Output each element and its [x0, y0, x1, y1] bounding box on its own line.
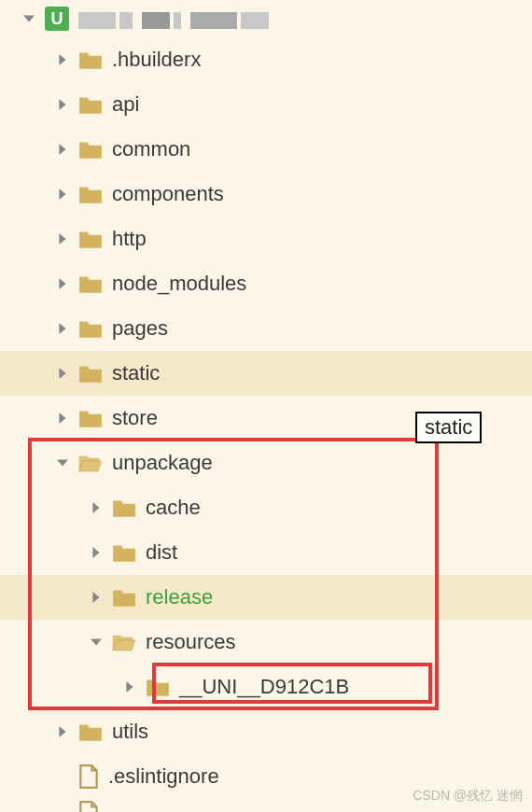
- tree-item-label: unpackage: [112, 451, 213, 475]
- tree-item-hbuilderx[interactable]: .hbuilderx: [0, 37, 532, 82]
- tree-item-common[interactable]: common: [0, 127, 532, 172]
- chevron-right-icon: [56, 54, 69, 65]
- tree-root-row[interactable]: U: [0, 0, 532, 37]
- folder-icon: [78, 273, 103, 294]
- folder-icon: [78, 184, 103, 204]
- tree-item-uni-dir[interactable]: __UNI__D912C1B: [0, 665, 532, 709]
- folder-icon: [146, 677, 170, 697]
- tree-item-api[interactable]: api: [0, 82, 532, 127]
- tree-item-static[interactable]: static: [0, 351, 532, 396]
- folder-icon: [112, 497, 136, 518]
- folder-icon: [78, 363, 103, 384]
- chevron-right-icon: [90, 592, 103, 603]
- chevron-right-icon: [56, 233, 69, 245]
- chevron-right-icon: [90, 547, 103, 558]
- watermark: CSDN @残忆 迷惘: [413, 788, 523, 805]
- tree-item-components[interactable]: components: [0, 172, 532, 217]
- tree-item-label: resources: [146, 630, 236, 654]
- tree-item-label: common: [112, 137, 190, 161]
- tree-item-label: dist: [146, 540, 177, 565]
- folder-icon: [78, 49, 103, 70]
- chevron-right-icon: [56, 323, 69, 334]
- folder-icon: [78, 408, 103, 428]
- chevron-right-icon: [56, 99, 69, 110]
- chevron-right-icon: [56, 278, 69, 289]
- folder-icon: [112, 542, 136, 563]
- chevron-right-icon: [56, 189, 69, 200]
- tree-item-label: .eslintignore: [108, 764, 219, 789]
- chevron-down-icon: [22, 13, 35, 24]
- chevron-down-icon: [56, 457, 69, 469]
- chevron-right-icon: [56, 368, 69, 379]
- tree-item-label: components: [112, 182, 224, 206]
- chevron-right-icon: [56, 413, 69, 424]
- folder-icon: [78, 139, 103, 160]
- tree-item-label: cache: [146, 496, 201, 520]
- tree-item-label: store: [112, 406, 158, 430]
- folder-open-icon: [112, 632, 136, 652]
- folder-icon: [78, 229, 103, 249]
- chevron-down-icon: [90, 637, 103, 648]
- chevron-right-icon: [123, 681, 136, 693]
- project-name-obscured: [78, 7, 273, 30]
- tree-item-resources[interactable]: resources: [0, 620, 532, 665]
- folder-icon: [78, 318, 103, 339]
- tree-item-label: .hbuilderx: [112, 48, 201, 72]
- tree-item-http[interactable]: http: [0, 217, 532, 261]
- file-icon: [78, 764, 99, 789]
- tree-item-label: release: [146, 585, 213, 609]
- tree-item-release[interactable]: release: [0, 575, 532, 620]
- tree-item-label: api: [112, 92, 139, 117]
- chevron-right-icon: [90, 502, 103, 513]
- tree-item-label: http: [112, 227, 147, 251]
- tree-item-utils[interactable]: utils: [0, 709, 532, 754]
- tooltip: static: [415, 412, 482, 443]
- folder-icon: [112, 587, 136, 608]
- tree-item-label: static: [112, 361, 160, 385]
- tree-item-label: node_modules: [112, 272, 246, 296]
- tree-item-label: pages: [112, 316, 168, 341]
- file-icon: [78, 801, 99, 812]
- folder-icon: [78, 94, 103, 115]
- chevron-right-icon: [56, 144, 69, 155]
- tree-item-node-modules[interactable]: node_modules: [0, 261, 532, 306]
- tree-item-pages[interactable]: pages: [0, 306, 532, 351]
- tree-item-label: __UNI__D912C1B: [179, 675, 349, 699]
- chevron-right-icon: [56, 726, 69, 737]
- tree-item-unpackage[interactable]: unpackage: [0, 441, 532, 485]
- app-icon: U: [45, 7, 69, 31]
- tree-item-dist[interactable]: dist: [0, 530, 532, 575]
- folder-icon: [78, 721, 103, 742]
- tree-item-label: utils: [112, 720, 148, 744]
- tree-item-cache[interactable]: cache: [0, 485, 532, 530]
- folder-open-icon: [78, 453, 103, 473]
